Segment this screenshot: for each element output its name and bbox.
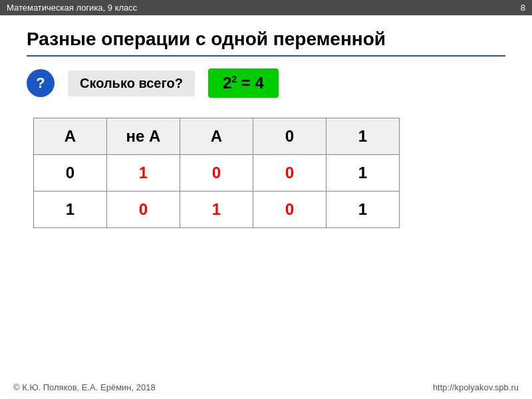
col-header-0: A — [34, 118, 107, 155]
answer-box: 22 = 4 — [208, 68, 279, 98]
main-content: Разные операции с одной переменной ? Ско… — [0, 15, 532, 241]
cell-r1-c4: 1 — [327, 192, 400, 228]
page-number: 8 — [521, 3, 525, 13]
answer-result: = 4 — [237, 74, 264, 92]
question-label: Сколько всего? — [80, 76, 183, 90]
top-bar: Математическая логика, 9 класс 8 — [0, 0, 532, 15]
question-text-box: Сколько всего? — [68, 70, 195, 96]
col-header-1: не А — [107, 118, 180, 155]
cell-r1-c3: 0 — [253, 192, 327, 228]
slide-title: Разные операции с одной переменной — [27, 29, 505, 57]
truth-table: A не А А 0 1 0100110101 — [33, 118, 400, 228]
col-header-4: 1 — [327, 118, 400, 155]
cell-r1-c2: 1 — [180, 192, 253, 228]
cell-r0-c2: 0 — [180, 155, 253, 192]
cell-r1-c0: 1 — [34, 192, 107, 228]
col-header-2: А — [180, 118, 253, 155]
answer-base: 2 — [223, 74, 231, 92]
question-row: ? Сколько всего? 22 = 4 — [27, 68, 505, 98]
question-badge: ? — [27, 69, 55, 97]
question-icon: ? — [36, 74, 45, 92]
subject-label: Математическая логика, 9 класс — [7, 3, 137, 13]
answer-exp: 2 — [231, 74, 237, 84]
footer: © К.Ю. Поляков, Е.А. Ерёмин, 2018 http:/… — [0, 382, 532, 392]
table-row: 01001 — [34, 155, 400, 192]
footer-left: © К.Ю. Поляков, Е.А. Ерёмин, 2018 — [13, 382, 156, 392]
col-header-3: 0 — [253, 118, 327, 155]
cell-r0-c3: 0 — [253, 155, 327, 192]
table-header-row: A не А А 0 1 — [34, 118, 400, 155]
cell-r0-c4: 1 — [327, 155, 400, 192]
cell-r0-c0: 0 — [34, 155, 107, 192]
cell-r0-c1: 1 — [107, 155, 180, 192]
table-row: 10101 — [34, 192, 400, 228]
footer-right: http://kpolyakov.spb.ru — [433, 382, 519, 392]
cell-r1-c1: 0 — [107, 192, 180, 228]
